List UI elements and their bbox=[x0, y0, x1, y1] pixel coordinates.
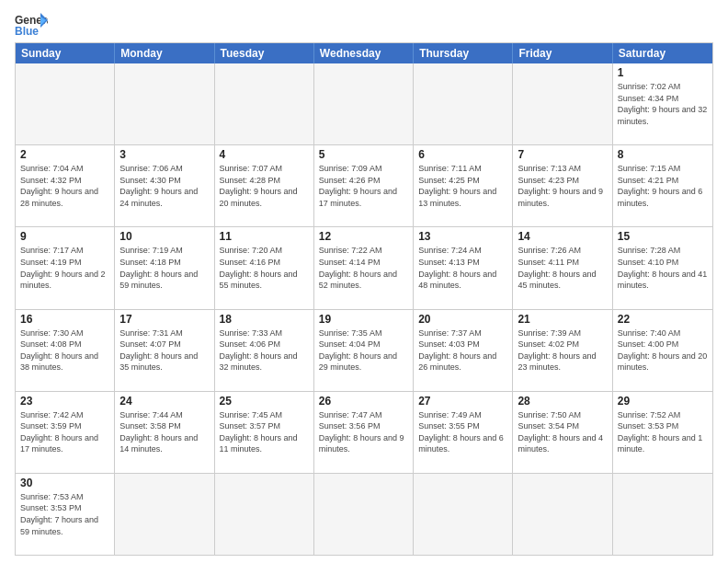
sun-info: Sunrise: 7:09 AM Sunset: 4:26 PM Dayligh… bbox=[319, 163, 408, 209]
sun-info: Sunrise: 7:19 AM Sunset: 4:18 PM Dayligh… bbox=[119, 245, 209, 291]
calendar-header-cell: Tuesday bbox=[215, 43, 314, 63]
calendar-cell-empty bbox=[513, 474, 612, 555]
sun-info: Sunrise: 7:28 AM Sunset: 4:10 PM Dayligh… bbox=[618, 245, 708, 291]
calendar-cell: 28Sunrise: 7:50 AM Sunset: 3:54 PM Dayli… bbox=[513, 392, 612, 473]
sun-info: Sunrise: 7:30 AM Sunset: 4:08 PM Dayligh… bbox=[20, 327, 109, 373]
day-number: 23 bbox=[20, 395, 109, 408]
sun-info: Sunrise: 7:35 AM Sunset: 4:04 PM Dayligh… bbox=[319, 327, 408, 373]
calendar-cell-empty bbox=[115, 63, 214, 144]
sun-info: Sunrise: 7:53 AM Sunset: 3:53 PM Dayligh… bbox=[20, 491, 109, 537]
day-number: 6 bbox=[418, 148, 507, 161]
calendar-cell: 18Sunrise: 7:33 AM Sunset: 4:06 PM Dayli… bbox=[215, 310, 314, 391]
sun-info: Sunrise: 7:24 AM Sunset: 4:13 PM Dayligh… bbox=[418, 245, 507, 291]
sun-info: Sunrise: 7:44 AM Sunset: 3:58 PM Dayligh… bbox=[119, 409, 209, 455]
calendar-row: 16Sunrise: 7:30 AM Sunset: 4:08 PM Dayli… bbox=[16, 309, 712, 391]
calendar-cell-empty bbox=[215, 63, 314, 144]
calendar-row: 2Sunrise: 7:04 AM Sunset: 4:32 PM Daylig… bbox=[16, 144, 712, 226]
day-number: 2 bbox=[20, 148, 109, 161]
day-number: 21 bbox=[518, 313, 607, 326]
calendar-cell-empty bbox=[215, 474, 314, 555]
svg-text:Blue: Blue bbox=[15, 25, 39, 37]
calendar-row: 23Sunrise: 7:42 AM Sunset: 3:59 PM Dayli… bbox=[16, 391, 712, 473]
sun-info: Sunrise: 7:13 AM Sunset: 4:23 PM Dayligh… bbox=[518, 163, 607, 209]
calendar-cell: 15Sunrise: 7:28 AM Sunset: 4:10 PM Dayli… bbox=[613, 227, 712, 308]
calendar-header-cell: Sunday bbox=[16, 43, 115, 63]
calendar: SundayMondayTuesdayWednesdayThursdayFrid… bbox=[15, 42, 713, 556]
calendar-cell: 8Sunrise: 7:15 AM Sunset: 4:21 PM Daylig… bbox=[613, 145, 712, 226]
day-number: 24 bbox=[119, 395, 209, 408]
calendar-cell: 17Sunrise: 7:31 AM Sunset: 4:07 PM Dayli… bbox=[115, 310, 214, 391]
calendar-row: 1Sunrise: 7:02 AM Sunset: 4:34 PM Daylig… bbox=[16, 63, 712, 144]
day-number: 22 bbox=[618, 313, 708, 326]
calendar-cell: 1Sunrise: 7:02 AM Sunset: 4:34 PM Daylig… bbox=[613, 63, 712, 144]
sun-info: Sunrise: 7:02 AM Sunset: 4:34 PM Dayligh… bbox=[618, 81, 708, 127]
day-number: 29 bbox=[618, 395, 708, 408]
sun-info: Sunrise: 7:33 AM Sunset: 4:06 PM Dayligh… bbox=[220, 327, 309, 373]
calendar-header-cell: Saturday bbox=[613, 43, 712, 63]
sun-info: Sunrise: 7:49 AM Sunset: 3:55 PM Dayligh… bbox=[418, 409, 507, 455]
day-number: 12 bbox=[319, 230, 408, 243]
calendar-cell-empty bbox=[613, 474, 712, 555]
calendar-cell: 6Sunrise: 7:11 AM Sunset: 4:25 PM Daylig… bbox=[414, 145, 513, 226]
sun-info: Sunrise: 7:31 AM Sunset: 4:07 PM Dayligh… bbox=[119, 327, 209, 373]
calendar-cell: 30Sunrise: 7:53 AM Sunset: 3:53 PM Dayli… bbox=[16, 474, 115, 555]
calendar-header-cell: Thursday bbox=[414, 43, 513, 63]
page-header: General Blue bbox=[15, 11, 713, 37]
calendar-cell-empty bbox=[414, 63, 513, 144]
sun-info: Sunrise: 7:07 AM Sunset: 4:28 PM Dayligh… bbox=[220, 163, 309, 209]
day-number: 15 bbox=[618, 230, 708, 243]
day-number: 4 bbox=[220, 148, 309, 161]
day-number: 14 bbox=[518, 230, 607, 243]
calendar-cell: 23Sunrise: 7:42 AM Sunset: 3:59 PM Dayli… bbox=[16, 392, 115, 473]
day-number: 13 bbox=[418, 230, 507, 243]
calendar-header-cell: Friday bbox=[513, 43, 612, 63]
calendar-cell: 11Sunrise: 7:20 AM Sunset: 4:16 PM Dayli… bbox=[215, 227, 314, 308]
day-number: 11 bbox=[220, 230, 309, 243]
sun-info: Sunrise: 7:26 AM Sunset: 4:11 PM Dayligh… bbox=[518, 245, 607, 291]
calendar-cell-empty bbox=[16, 63, 115, 144]
calendar-cell: 5Sunrise: 7:09 AM Sunset: 4:26 PM Daylig… bbox=[314, 145, 414, 226]
calendar-cell: 25Sunrise: 7:45 AM Sunset: 3:57 PM Dayli… bbox=[215, 392, 314, 473]
calendar-cell: 4Sunrise: 7:07 AM Sunset: 4:28 PM Daylig… bbox=[215, 145, 314, 226]
sun-info: Sunrise: 7:42 AM Sunset: 3:59 PM Dayligh… bbox=[20, 409, 109, 455]
calendar-cell: 22Sunrise: 7:40 AM Sunset: 4:00 PM Dayli… bbox=[613, 310, 712, 391]
day-number: 9 bbox=[20, 230, 109, 243]
calendar-cell: 16Sunrise: 7:30 AM Sunset: 4:08 PM Dayli… bbox=[16, 310, 115, 391]
day-number: 26 bbox=[319, 395, 408, 408]
day-number: 28 bbox=[518, 395, 607, 408]
calendar-cell: 21Sunrise: 7:39 AM Sunset: 4:02 PM Dayli… bbox=[513, 310, 612, 391]
day-number: 25 bbox=[220, 395, 309, 408]
logo: General Blue bbox=[15, 11, 48, 37]
calendar-cell: 12Sunrise: 7:22 AM Sunset: 4:14 PM Dayli… bbox=[314, 227, 414, 308]
sun-info: Sunrise: 7:20 AM Sunset: 4:16 PM Dayligh… bbox=[220, 245, 309, 291]
day-number: 30 bbox=[20, 477, 109, 489]
calendar-header: SundayMondayTuesdayWednesdayThursdayFrid… bbox=[16, 43, 712, 63]
day-number: 7 bbox=[518, 148, 607, 161]
calendar-cell-empty bbox=[513, 63, 612, 144]
calendar-header-cell: Monday bbox=[115, 43, 214, 63]
sun-info: Sunrise: 7:22 AM Sunset: 4:14 PM Dayligh… bbox=[319, 245, 408, 291]
calendar-row: 30Sunrise: 7:53 AM Sunset: 3:53 PM Dayli… bbox=[16, 473, 712, 555]
calendar-cell: 26Sunrise: 7:47 AM Sunset: 3:56 PM Dayli… bbox=[314, 392, 414, 473]
calendar-cell-empty bbox=[414, 474, 513, 555]
sun-info: Sunrise: 7:15 AM Sunset: 4:21 PM Dayligh… bbox=[618, 163, 708, 209]
day-number: 18 bbox=[220, 313, 309, 326]
day-number: 3 bbox=[119, 148, 209, 161]
calendar-cell: 3Sunrise: 7:06 AM Sunset: 4:30 PM Daylig… bbox=[115, 145, 214, 226]
day-number: 10 bbox=[119, 230, 209, 243]
calendar-cell: 27Sunrise: 7:49 AM Sunset: 3:55 PM Dayli… bbox=[414, 392, 513, 473]
calendar-cell: 7Sunrise: 7:13 AM Sunset: 4:23 PM Daylig… bbox=[513, 145, 612, 226]
day-number: 5 bbox=[319, 148, 408, 161]
day-number: 16 bbox=[20, 313, 109, 326]
calendar-cell: 10Sunrise: 7:19 AM Sunset: 4:18 PM Dayli… bbox=[115, 227, 214, 308]
sun-info: Sunrise: 7:39 AM Sunset: 4:02 PM Dayligh… bbox=[518, 327, 607, 373]
sun-info: Sunrise: 7:50 AM Sunset: 3:54 PM Dayligh… bbox=[518, 409, 607, 455]
sun-info: Sunrise: 7:45 AM Sunset: 3:57 PM Dayligh… bbox=[220, 409, 309, 455]
day-number: 20 bbox=[418, 313, 507, 326]
day-number: 19 bbox=[319, 313, 408, 326]
calendar-cell: 24Sunrise: 7:44 AM Sunset: 3:58 PM Dayli… bbox=[115, 392, 214, 473]
sun-info: Sunrise: 7:52 AM Sunset: 3:53 PM Dayligh… bbox=[618, 409, 708, 455]
calendar-cell: 13Sunrise: 7:24 AM Sunset: 4:13 PM Dayli… bbox=[414, 227, 513, 308]
calendar-cell: 20Sunrise: 7:37 AM Sunset: 4:03 PM Dayli… bbox=[414, 310, 513, 391]
day-number: 27 bbox=[418, 395, 507, 408]
